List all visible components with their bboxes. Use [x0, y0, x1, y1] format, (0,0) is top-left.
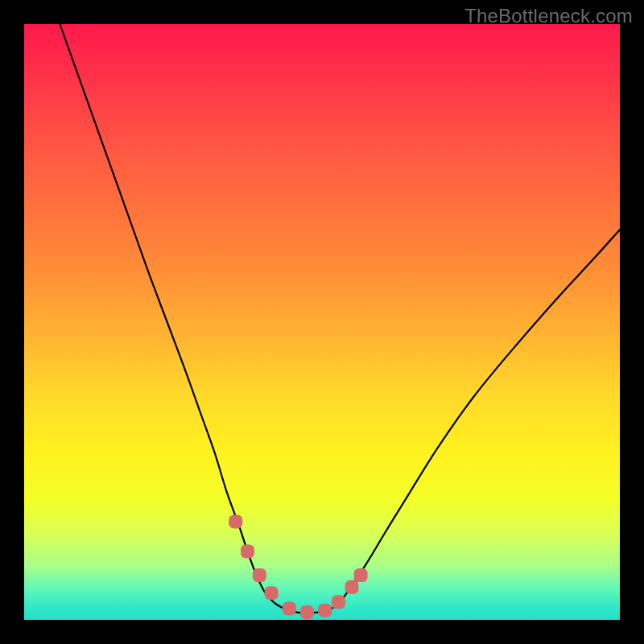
- plot-area: [24, 24, 620, 620]
- highlight-dot: [241, 544, 254, 558]
- chart-stage: TheBottleneck.com: [0, 0, 644, 644]
- highlight-dot: [332, 595, 345, 609]
- highlight-dot: [265, 586, 279, 600]
- bottleneck-curve: [60, 24, 620, 613]
- highlight-dot: [283, 601, 296, 615]
- highlight-dot: [318, 604, 332, 617]
- highlight-markers: [229, 514, 367, 618]
- highlight-dot: [354, 568, 368, 582]
- highlight-dot: [253, 568, 266, 582]
- highlight-dot: [229, 514, 242, 528]
- highlight-dot: [345, 580, 359, 594]
- highlight-dot: [300, 605, 314, 619]
- curve-overlay: [24, 24, 620, 620]
